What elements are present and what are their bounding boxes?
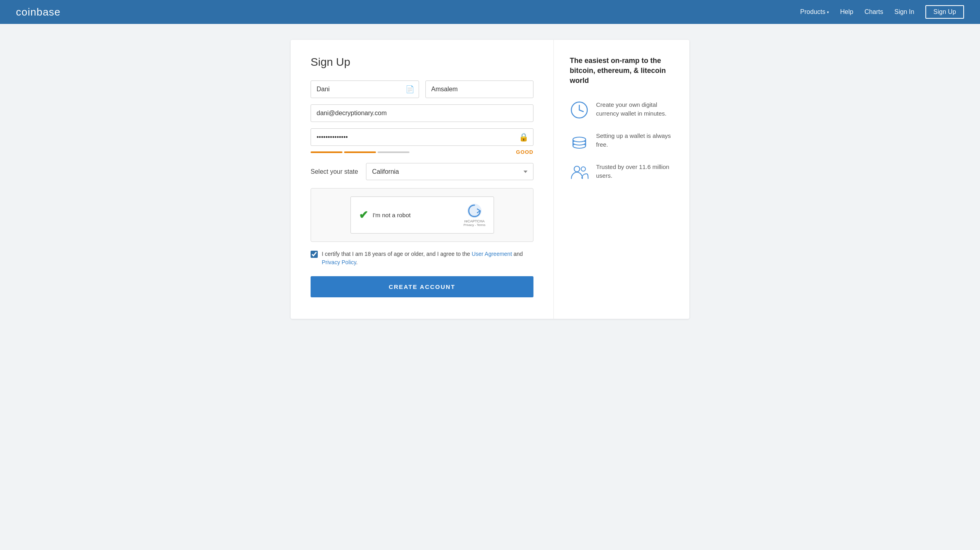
info-text-free: Setting up a wallet is always free. [596,132,673,149]
nav-signin-link[interactable]: Sign In [894,8,914,16]
info-text-users: Trusted by over 11.6 million users. [596,163,673,181]
nav-help-link[interactable]: Help [840,8,853,16]
create-account-button[interactable]: CREATE ACCOUNT [311,276,533,297]
checkmark-icon: ✔ [359,208,368,222]
captcha-container: ✔ I'm not a robot reCAPTCHA Privacy - [311,188,533,242]
recaptcha-logo-icon [467,203,482,218]
nav-logo[interactable]: coinbase [16,6,61,18]
nav-products-link[interactable]: Products ▾ [800,8,829,16]
nav-signup-button[interactable]: Sign Up [925,5,964,19]
svg-line-3 [579,110,583,112]
strength-segment-3 [378,151,409,153]
first-name-input[interactable] [311,81,419,98]
user-agreement-link[interactable]: User Agreement [472,251,512,257]
info-item-wallet: Create your own digital currency wallet … [570,100,673,120]
email-input[interactable] [311,104,533,122]
captcha-label: I'm not a robot [373,212,411,218]
email-wrap [311,104,533,122]
password-input[interactable] [311,128,533,146]
certify-checkbox[interactable] [311,251,318,258]
form-section: Sign Up 📄 🔒 [291,40,554,319]
certify-text: I certify that I am 18 years of age or o… [322,250,533,267]
state-select[interactable]: California Alabama Alaska Arizona Arkans… [366,163,533,180]
info-headline: The easiest on-ramp to the bitcoin, ethe… [570,56,673,86]
captcha-inner[interactable]: ✔ I'm not a robot reCAPTCHA Privacy - [350,196,494,234]
info-item-free: Setting up a wallet is always free. [570,132,673,151]
password-wrap: 🔒 [311,128,533,146]
form-title: Sign Up [311,56,533,69]
signup-card: Sign Up 📄 🔒 [291,40,689,319]
strength-label: GOOD [516,149,533,155]
last-name-wrap [425,81,534,98]
clock-icon [570,100,589,120]
nav-links: Products ▾ Help Charts Sign In Sign Up [800,5,964,19]
recaptcha-links: Privacy - Terms [464,223,486,227]
info-section: The easiest on-ramp to the bitcoin, ethe… [554,40,689,319]
captcha-left: ✔ I'm not a robot [359,208,411,222]
certify-row: I certify that I am 18 years of age or o… [311,250,533,267]
svg-point-7 [574,166,580,172]
state-label: Select your state [311,168,358,175]
name-row: 📄 [311,81,533,98]
password-strength-bar: GOOD [311,149,533,155]
strength-segment-2 [344,151,376,153]
id-card-icon: 📄 [405,85,414,94]
info-text-wallet: Create your own digital currency wallet … [596,100,673,118]
strength-segment-1 [311,151,342,153]
last-name-input[interactable] [425,81,534,98]
captcha-right: reCAPTCHA Privacy - Terms [464,203,486,227]
info-item-users: Trusted by over 11.6 million users. [570,163,673,182]
recaptcha-label: reCAPTCHA [464,219,484,223]
chevron-down-icon: ▾ [827,10,829,14]
state-row: Select your state California Alabama Ala… [311,163,533,180]
coins-icon [570,132,589,151]
privacy-policy-link[interactable]: Privacy Policy [322,259,356,265]
show-password-icon[interactable]: 🔒 [519,132,529,142]
users-icon [570,163,589,182]
page-content: Sign Up 📄 🔒 [0,24,980,335]
nav-charts-link[interactable]: Charts [864,8,883,16]
navbar: coinbase Products ▾ Help Charts Sign In … [0,0,980,24]
svg-point-8 [581,167,586,171]
svg-point-6 [573,137,586,142]
first-name-wrap: 📄 [311,81,419,98]
